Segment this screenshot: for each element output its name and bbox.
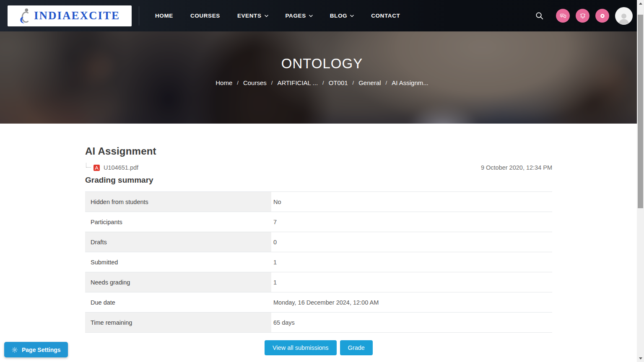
search-icon[interactable] [535,11,544,21]
top-navbar: INDIAEXCITE HOME COURSES EVENTS PAGES BL… [0,0,644,31]
row-value: Monday, 16 December 2024, 12:00 AM [271,292,552,312]
messages-icon[interactable] [556,9,570,23]
row-value: 7 [271,212,552,232]
breadcrumb-home[interactable]: Home [216,79,232,86]
row-value: 1 [271,272,552,292]
chevron-down-icon [309,15,313,17]
grading-summary-title: Grading summary [85,176,552,185]
user-avatar[interactable] [615,7,633,25]
breadcrumb-separator: / [322,80,324,86]
page-settings-button[interactable]: Page Settings [4,342,68,357]
breadcrumb-course[interactable]: ARTIFICIAL ... [277,79,318,86]
gear-icon [11,346,18,353]
row-value: No [271,192,552,212]
chevron-down-icon [265,15,268,17]
nav-blog-label: BLOG [330,13,347,19]
assignment-title: AI Assignment [85,145,552,157]
attachment-row: U104651.pdf 9 October 2020, 12:34 PM [85,163,552,172]
nav-item-pages[interactable]: PAGES [286,13,313,19]
logo-swoosh-icon [19,8,31,24]
row-label: Participants [85,212,271,232]
breadcrumb-separator: / [237,80,239,86]
settings-icon[interactable] [595,9,609,23]
logo-text: INDIAEXCITE [34,9,120,22]
scrollbar-thumb[interactable] [638,15,643,208]
person-icon [617,10,631,25]
pdf-file-icon [93,165,100,171]
table-row: Needs grading 1 [85,272,552,292]
table-row: Participants 7 [85,212,552,232]
breadcrumb-assignment[interactable]: AI Assignm... [392,79,428,86]
page-settings-label: Page Settings [22,346,61,353]
nav-item-events[interactable]: EVENTS [237,13,268,19]
course-title: ONTOLOGY [281,56,363,72]
row-label: Hidden from students [85,192,271,212]
assignment-actions: View all submissions Grade [85,340,552,355]
table-row: Submitted 1 [85,252,552,272]
table-row: Drafts 0 [85,232,552,252]
breadcrumb-courses[interactable]: Courses [243,79,267,86]
notifications-icon[interactable] [576,9,589,23]
row-value: 0 [271,232,552,252]
breadcrumb: Home / Courses / ARTIFICIAL ... / OT001 … [216,79,428,86]
row-label: Time remaining [85,313,271,332]
view-all-submissions-button[interactable]: View all submissions [265,340,337,355]
nav-home-label: HOME [155,13,173,19]
grade-button[interactable]: Grade [340,340,373,355]
breadcrumb-separator: / [353,80,354,86]
nav-courses-label: COURSES [190,13,220,19]
table-row: Hidden from students No [85,192,552,212]
breadcrumb-separator: / [271,80,273,86]
nav-item-home[interactable]: HOME [155,13,173,19]
breadcrumb-separator: / [386,80,387,86]
nav-item-blog[interactable]: BLOG [330,13,354,19]
nav-item-courses[interactable]: COURSES [190,13,220,19]
navbar-actions [535,7,633,25]
row-label: Needs grading [85,272,271,292]
nav-events-label: EVENTS [237,13,262,19]
main-content: AI Assignment U104651.pdf 9 October 2020… [85,145,552,355]
row-label: Submitted [85,252,271,272]
row-value: 1 [271,252,552,272]
chevron-down-icon [350,15,354,17]
table-row: Time remaining 65 days [85,313,552,333]
vertical-scrollbar[interactable] [637,0,644,362]
hero-banner: ONTOLOGY Home / Courses / ARTIFICIAL ...… [0,31,644,124]
row-value: 65 days [271,313,552,332]
grading-summary-table: Hidden from students No Participants 7 D… [85,191,552,333]
scroll-down-icon[interactable] [637,355,644,362]
submission-timestamp: 9 October 2020, 12:34 PM [481,164,552,171]
breadcrumb-course-code[interactable]: OT001 [329,79,348,86]
nav-contact-label: CONTACT [371,13,400,19]
row-label: Drafts [85,232,271,252]
nav-item-contact[interactable]: CONTACT [371,13,400,19]
table-row: Due date Monday, 16 December 2024, 12:00… [85,292,552,313]
attachment-link[interactable]: U104651.pdf [104,164,138,171]
row-label: Due date [85,292,271,312]
main-nav: HOME COURSES EVENTS PAGES BLOG CONTACT [155,13,400,19]
scroll-up-icon[interactable] [637,0,644,7]
nav-divider [139,6,139,26]
breadcrumb-section[interactable]: General [358,79,381,86]
site-logo[interactable]: INDIAEXCITE [8,5,132,26]
tree-connector [86,163,91,168]
nav-pages-label: PAGES [286,13,306,19]
